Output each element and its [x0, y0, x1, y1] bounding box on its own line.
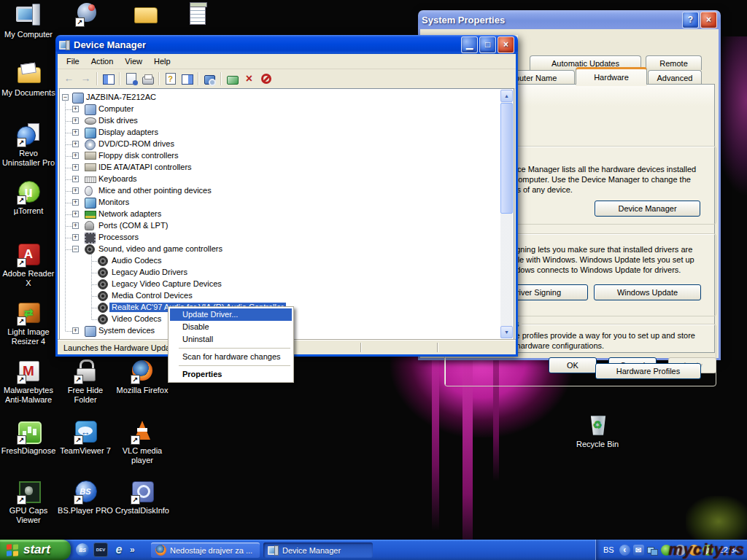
desktop-icon-free-hide-folder[interactable]: ↗Free Hide Folder — [57, 359, 114, 405]
scroll-down-arrow[interactable]: ▼ — [500, 326, 513, 338]
expand-box[interactable]: + — [72, 129, 79, 136]
desktop-icon-folder-top[interactable] — [117, 1, 174, 26]
scroll-thumb[interactable] — [500, 103, 513, 214]
tree-item[interactable]: +Monitors — [60, 197, 500, 209]
system-properties-titlebar[interactable]: System Properties ?× — [418, 10, 721, 29]
quick-launch-chevron[interactable]: » — [130, 545, 135, 555]
expand-box[interactable]: + — [72, 199, 79, 206]
scan-toolbar-button[interactable] — [201, 71, 218, 87]
details-pane-toolbar-button[interactable] — [179, 71, 196, 87]
language-indicator[interactable]: BS — [603, 545, 614, 554]
taskbar-button-nedostaje-drajver-za-[interactable]: Nedostaje drajver za ... — [151, 542, 260, 558]
quicklaunch-dev[interactable]: DEV — [93, 542, 108, 557]
tree-item[interactable]: Media Control Devices — [60, 290, 500, 302]
hardware-profiles-button[interactable]: Hardware Profiles — [595, 363, 701, 379]
desktop-icon-my-documents[interactable]: My Documents — [0, 61, 57, 98]
tree-item[interactable]: +Disk drives — [60, 115, 500, 127]
expand-box[interactable]: + — [72, 211, 79, 217]
tray-network[interactable] — [647, 545, 658, 556]
tree-item[interactable]: +Network adapters — [60, 209, 500, 220]
tree-item[interactable]: −JAZBINA-7E212AC — [60, 92, 500, 104]
taskbar-button-device-manager[interactable]: Device Manager — [263, 542, 373, 558]
desktop-icon-malwarebytes[interactable]: M↗Malwarebytes Anti-Malware — [0, 359, 57, 405]
tree-item[interactable]: Legacy Video Capture Devices — [60, 279, 500, 290]
disable-toolbar-button[interactable] — [258, 71, 274, 87]
tree-item[interactable]: +IDE ATA/ATAPI controllers — [60, 162, 500, 174]
desktop-icon-revo-uninstaller[interactable]: ↗Revo Uninstaller Pro — [0, 122, 57, 168]
tree-item[interactable]: +DVD/CD-ROM drives — [60, 139, 500, 150]
collapse-box[interactable]: − — [72, 246, 79, 252]
desktop-icon-vlc[interactable]: ↗VLC media player — [114, 419, 171, 465]
collapse-box[interactable]: − — [62, 94, 69, 101]
desktop-icon-crystaldiskinfo[interactable]: ↗CrystalDiskInfo — [114, 479, 171, 516]
print-toolbar-button[interactable] — [139, 71, 156, 87]
tree-item[interactable]: +Ports (COM & LPT) — [60, 220, 500, 232]
tab-hardware[interactable]: Hardware — [576, 67, 647, 85]
context-menu-item-disable[interactable]: Disable — [170, 321, 292, 333]
expand-box[interactable]: + — [72, 164, 79, 171]
desktop-icon-freshdiagnose[interactable]: ↗FreshDiagnose — [0, 419, 57, 456]
desktop-icon-adobe-reader[interactable]: A↗Adobe Reader X — [0, 242, 57, 288]
context-menu-item-uninstall[interactable]: Uninstall — [170, 333, 292, 346]
expand-box[interactable]: + — [72, 187, 79, 194]
expand-box[interactable]: + — [72, 234, 79, 241]
uninstall-toolbar-button[interactable]: × — [241, 71, 258, 87]
desktop-icon-light-image-resizer[interactable]: ⇄↗Light Image Resizer 4 — [0, 300, 57, 346]
desktop-icon-my-computer[interactable]: My Computer — [0, 3, 57, 39]
tree-item[interactable]: −Sound, video and game controllers — [60, 244, 500, 255]
expand-box[interactable]: + — [72, 327, 79, 334]
help-button-button[interactable]: ? — [682, 12, 699, 28]
quicklaunch-internet-explorer[interactable]: e — [112, 543, 125, 556]
expand-box[interactable]: + — [72, 176, 79, 182]
desktop-icon-mozilla-firefox[interactable]: ↗Mozilla Firefox — [114, 359, 171, 395]
tab-advanced[interactable]: Advanced — [648, 70, 702, 85]
forward-toolbar-button[interactable]: → — [77, 71, 94, 87]
tree-item[interactable]: +Mice and other pointing devices — [60, 185, 500, 197]
desktop-icon-notepad-top[interactable] — [169, 1, 225, 26]
device-manager-button[interactable]: Device Manager — [595, 201, 700, 217]
tree-item[interactable]: +Floppy disk controllers — [60, 150, 500, 162]
tree-item[interactable]: +Processors — [60, 232, 500, 244]
desktop-icon-app-top[interactable]: ↗ — [58, 1, 115, 26]
tree-scrollbar[interactable]: ▲▼ — [500, 90, 513, 338]
tree-item[interactable]: Audio Codecs — [60, 255, 500, 267]
update-driver-toolbar-button[interactable] — [224, 71, 241, 87]
windows-update-button[interactable]: Windows Update — [594, 284, 701, 300]
tray-mail[interactable]: ✉ — [633, 545, 644, 556]
expand-box[interactable]: + — [72, 222, 79, 229]
desktop-icon-teamviewer[interactable]: ↔↗TeamViewer 7 — [57, 419, 114, 456]
context-menu-item-scan-for-hardware-changes[interactable]: Scan for hardware changes — [170, 351, 292, 363]
desktop-icon-utorrent[interactable]: µ↗µTorrent — [0, 179, 57, 216]
context-menu-item-update-driver[interactable]: Update Driver... — [170, 308, 292, 321]
back-toolbar-button[interactable]: ← — [61, 71, 77, 87]
expand-box[interactable]: + — [72, 106, 79, 112]
close-button[interactable]: × — [700, 12, 717, 28]
start-button[interactable]: start — [0, 540, 71, 560]
desktop-icon-bsplayer[interactable]: BS↗BS.Player PRO — [57, 479, 114, 516]
tree-item[interactable]: Legacy Audio Drivers — [60, 267, 500, 279]
quicklaunch-bsplayer[interactable]: BS — [76, 543, 89, 556]
scroll-up-arrow[interactable]: ▲ — [500, 90, 513, 102]
console-tree-toolbar-button[interactable] — [100, 71, 117, 87]
device-manager-titlebar[interactable]: Device Manager ▁□× — [55, 35, 518, 54]
menu-help[interactable]: Help — [148, 55, 177, 68]
tree-item[interactable]: +Computer — [60, 104, 500, 115]
tree-item[interactable]: +Display adapters — [60, 127, 500, 139]
desktop-icon-gpu-caps-viewer[interactable]: ↗GPU Caps Viewer — [0, 479, 57, 525]
properties-toolbar-button[interactable] — [123, 71, 139, 87]
context-menu-item-properties[interactable]: Properties — [170, 368, 292, 381]
expand-box[interactable]: + — [72, 117, 79, 124]
desktop-icon-recycle-bin[interactable]: ♻Recycle Bin — [569, 413, 626, 449]
tree-item[interactable]: +Keyboards — [60, 174, 500, 185]
maximize-button[interactable]: □ — [479, 36, 496, 53]
minimize-button[interactable]: ▁ — [461, 36, 478, 53]
tray-hide-icons[interactable]: ‹ — [619, 545, 630, 556]
expand-box[interactable]: + — [72, 141, 79, 147]
menu-action[interactable]: Action — [85, 55, 120, 68]
help-toolbar-button[interactable]: ? — [162, 71, 179, 87]
expand-box[interactable]: + — [72, 152, 79, 159]
tab-remote[interactable]: Remote — [646, 55, 702, 70]
menu-view[interactable]: View — [119, 55, 148, 68]
menu-file[interactable]: File — [61, 55, 85, 68]
close-button[interactable]: × — [498, 36, 514, 53]
